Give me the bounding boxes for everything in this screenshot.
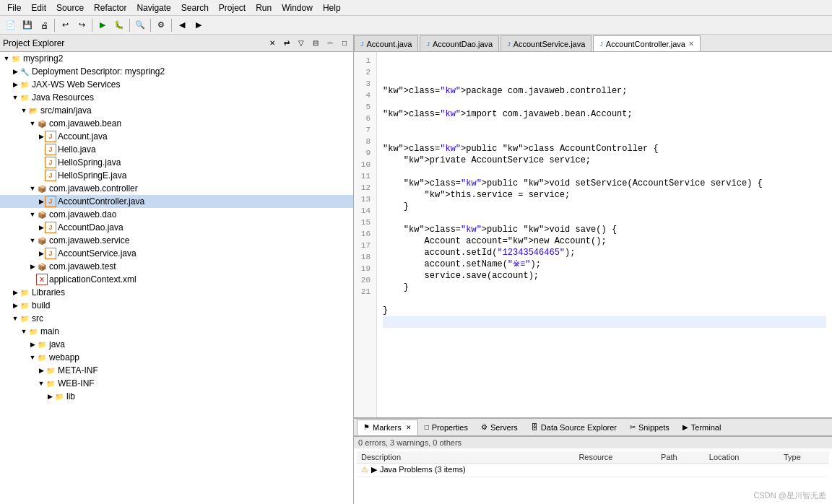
tree-item-comjavaweb_bean[interactable]: ▼📦com.javaweb.bean <box>0 117 353 130</box>
tree-arrow-javaresources[interactable]: ▼ <box>12 94 19 101</box>
tree-item-deployment[interactable]: ▶🔧Deployment Descriptor: myspring2 <box>0 65 353 78</box>
tab-close-icon[interactable]: ✕ <box>688 40 694 48</box>
undo-button[interactable]: ↩ <box>57 17 73 33</box>
search-button[interactable]: 🔍 <box>132 17 148 33</box>
editor-tab-AccountDao_java[interactable]: JAccountDao.java <box>420 35 499 51</box>
menu-refactor[interactable]: Refactor <box>90 1 131 14</box>
tree-arrow-comjavaweb_bean[interactable]: ▼ <box>29 120 36 127</box>
tree-item-build[interactable]: ▶📁build <box>0 299 353 312</box>
menu-project[interactable]: Project <box>214 1 250 14</box>
debug-button[interactable]: 🐛 <box>111 17 127 33</box>
tree-arrow-webinf[interactable]: ▼ <box>38 380 45 387</box>
run-button[interactable]: ▶ <box>95 17 110 33</box>
tree-label-comjavaweb_test: com.javaweb.test <box>49 261 116 271</box>
maximize-icon[interactable]: □ <box>339 38 350 49</box>
tree-arrow-accountjava[interactable]: ▶ <box>38 133 45 140</box>
tree-arrow-accountcontrollerjava[interactable]: ▶ <box>38 198 45 205</box>
tree-arrow-srcmainjava[interactable]: ▼ <box>20 107 27 114</box>
redo-button[interactable]: ↪ <box>74 17 90 33</box>
tree-arrow-metainf[interactable]: ▶ <box>38 367 45 374</box>
sync-icon[interactable]: ⇄ <box>281 38 292 49</box>
tree-item-jaxws[interactable]: ▶📁JAX-WS Web Services <box>0 78 353 91</box>
tree-item-metainf[interactable]: ▶📁META-INF <box>0 364 353 377</box>
filter-icon[interactable]: ▽ <box>295 38 307 49</box>
tree-arrow-lib[interactable]: ▶ <box>46 393 53 400</box>
tree-item-comjavaweb_service[interactable]: ▼📦com.javaweb.service <box>0 234 353 247</box>
tree-item-comjavaweb_test[interactable]: ▶📦com.javaweb.test <box>0 260 353 273</box>
tree-arrow-java2[interactable]: ▶ <box>29 341 36 348</box>
code-content[interactable]: "kw">class="kw">package com.javaweb.cont… <box>377 52 832 417</box>
tree-arrow-deployment[interactable]: ▶ <box>12 68 19 75</box>
prev-button[interactable]: ▶ <box>191 17 207 33</box>
tree-item-myspring2[interactable]: ▼📁myspring2 <box>0 52 353 65</box>
tree-arrow-src[interactable]: ▼ <box>12 315 19 322</box>
tree-arrow-accountdaojava[interactable]: ▶ <box>38 224 45 231</box>
toolbar-sep-2 <box>92 19 92 32</box>
tree-item-javaresources[interactable]: ▼📁Java Resources <box>0 91 353 104</box>
bottom-tab-markers[interactable]: ⚑Markers✕ <box>357 420 418 435</box>
bottom-tab-data_source_explorer[interactable]: 🗄Data Source Explorer <box>524 420 623 435</box>
watermark: CSDN @星川智无差 <box>754 490 826 501</box>
tree-item-webapp[interactable]: ▼📁webapp <box>0 351 353 364</box>
save-button[interactable]: 💾 <box>20 17 35 33</box>
tree-item-libraries[interactable]: ▶📁Libraries <box>0 286 353 299</box>
collapse-icon[interactable]: ⊟ <box>310 38 321 49</box>
tree-arrow-webapp[interactable]: ▼ <box>29 354 36 361</box>
tree-item-accountjava[interactable]: ▶JAccount.java <box>0 130 353 143</box>
bottom-tab-properties[interactable]: □Properties <box>418 420 474 435</box>
editor-tab-Account_java[interactable]: JAccount.java <box>354 35 418 51</box>
menu-help[interactable]: Help <box>318 1 345 14</box>
toolbar-sep-3 <box>129 19 130 32</box>
tree-item-webinf[interactable]: ▼📁WEB-INF <box>0 377 353 390</box>
tree-arrow-myspring2[interactable]: ▼ <box>3 55 10 62</box>
close-panel-icon[interactable]: ✕ <box>266 38 278 49</box>
menu-search[interactable]: Search <box>177 1 213 14</box>
tree-icon-comjavaweb_test: 📦 <box>36 261 48 272</box>
menu-edit[interactable]: Edit <box>27 1 51 14</box>
menu-window[interactable]: Window <box>277 1 317 14</box>
bottom-tab-snippets[interactable]: ✂Snippets <box>623 420 676 435</box>
tree-item-accountdaojava[interactable]: ▶JAccountDao.java <box>0 221 353 234</box>
tree-arrow-comjavaweb_test[interactable]: ▶ <box>29 263 36 270</box>
tree-label-lib: lib <box>66 391 75 401</box>
tree-item-hellospringeejava[interactable]: JHelloSpringE.java <box>0 169 353 182</box>
tree-arrow-libraries[interactable]: ▶ <box>12 289 19 296</box>
bottom-tab-servers[interactable]: ⚙Servers <box>474 420 524 435</box>
tree-icon-main: 📁 <box>27 326 39 337</box>
properties-button[interactable]: ⚙ <box>153 17 169 33</box>
editor-tab-AccountService_java[interactable]: JAccountService.java <box>500 35 592 51</box>
tree-item-applicationcontext[interactable]: XapplicationContext.xml <box>0 273 353 286</box>
tree-item-java2[interactable]: ▶📁java <box>0 338 353 351</box>
print-button[interactable]: 🖨 <box>36 17 52 33</box>
tree-icon-build: 📁 <box>19 300 30 311</box>
tree-item-hellospringjava[interactable]: JHelloSpring.java <box>0 156 353 169</box>
tree-arrow-main[interactable]: ▼ <box>20 328 27 335</box>
tree-item-main[interactable]: ▼📁main <box>0 325 353 338</box>
tree-icon-java2: 📁 <box>36 339 48 350</box>
menu-source[interactable]: Source <box>52 1 88 14</box>
tree-item-src[interactable]: ▼📁src <box>0 312 353 325</box>
tree-arrow-build[interactable]: ▶ <box>12 302 19 309</box>
tree-arrow-jaxws[interactable]: ▶ <box>12 81 19 88</box>
tree-item-comjavaweb_dao[interactable]: ▼📦com.javaweb.dao <box>0 208 353 221</box>
tree-arrow-accountservicejava[interactable]: ▶ <box>38 250 45 257</box>
tree-item-hellojava[interactable]: JHello.java <box>0 143 353 156</box>
minimize-icon[interactable]: ─ <box>324 38 336 49</box>
tree-item-srcmainjava[interactable]: ▼📂src/main/java <box>0 104 353 117</box>
new-button[interactable]: 📄 <box>3 17 19 33</box>
menu-file[interactable]: File <box>3 1 25 14</box>
tree-arrow-comjavaweb_dao[interactable]: ▼ <box>29 211 36 218</box>
problem-row[interactable]: ⚠▶Java Problems (3 items) <box>357 464 829 477</box>
tree-arrow-comjavaweb_controller[interactable]: ▼ <box>29 185 36 192</box>
menu-navigate[interactable]: Navigate <box>132 1 175 14</box>
editor-tab-AccountController_java[interactable]: JAccountController.java✕ <box>593 35 701 51</box>
tree-item-lib[interactable]: ▶📁lib <box>0 390 353 403</box>
next-button[interactable]: ◀ <box>174 17 190 33</box>
tree-arrow-comjavaweb_service[interactable]: ▼ <box>29 237 36 244</box>
tree-item-accountservicejava[interactable]: ▶JAccountService.java <box>0 247 353 260</box>
tree-item-comjavaweb_controller[interactable]: ▼📦com.javaweb.controller <box>0 182 353 195</box>
menu-run[interactable]: Run <box>251 1 276 14</box>
bottom-tab-close[interactable]: ✕ <box>406 424 412 431</box>
tree-item-accountcontrollerjava[interactable]: ▶JAccountController.java <box>0 195 353 208</box>
bottom-tab-terminal[interactable]: ▶Terminal <box>676 420 728 435</box>
